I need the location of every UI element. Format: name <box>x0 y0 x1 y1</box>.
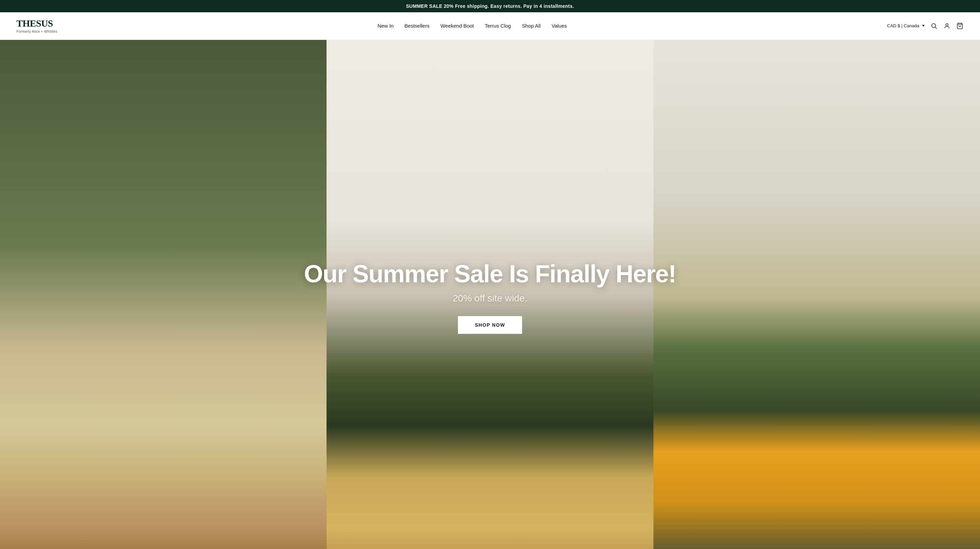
header-actions: CAD $ | Canada <box>887 22 964 30</box>
hero-subtitle: 20% off site wide. <box>453 293 528 304</box>
nav-item-values[interactable]: Values <box>552 23 567 29</box>
nav-item-terrus-clog[interactable]: Terrus Clog <box>485 23 511 29</box>
hero-cta-button[interactable]: SHOP NOW <box>458 316 522 334</box>
cart-button[interactable] <box>956 22 964 30</box>
search-button[interactable] <box>930 22 938 30</box>
header: THESUS Formerly Alice + Whittles New In … <box>0 12 980 40</box>
logo-subtitle: Formerly Alice + Whittles <box>16 30 57 33</box>
hero-section: Our Summer Sale Is Finally Here! 20% off… <box>0 40 980 549</box>
currency-label: CAD $ | Canada <box>887 23 919 28</box>
announcement-text: SUMMER SALE 20% Free shipping. Easy retu… <box>406 3 574 9</box>
currency-selector[interactable]: CAD $ | Canada <box>887 23 925 28</box>
logo-text[interactable]: THESUS <box>16 18 57 29</box>
search-icon <box>931 22 937 29</box>
account-button[interactable] <box>943 22 951 30</box>
nav-item-new-in[interactable]: New In <box>378 23 394 29</box>
main-nav: New In Bestsellers Weekend Boot Terrus C… <box>57 23 887 29</box>
hero-content: Our Summer Sale Is Finally Here! 20% off… <box>0 40 980 549</box>
nav-item-weekend-boot[interactable]: Weekend Boot <box>441 23 474 29</box>
svg-point-0 <box>932 24 935 28</box>
chevron-down-icon <box>922 25 925 27</box>
nav-item-bestsellers[interactable]: Bestsellers <box>404 23 429 29</box>
svg-line-1 <box>935 27 937 29</box>
svg-point-2 <box>946 24 948 26</box>
user-icon <box>943 22 950 29</box>
cart-icon <box>956 22 963 29</box>
hero-title: Our Summer Sale Is Finally Here! <box>304 260 676 287</box>
announcement-bar: SUMMER SALE 20% Free shipping. Easy retu… <box>0 0 980 12</box>
logo[interactable]: THESUS Formerly Alice + Whittles <box>16 18 57 33</box>
nav-item-shop-all[interactable]: Shop All <box>522 23 541 29</box>
